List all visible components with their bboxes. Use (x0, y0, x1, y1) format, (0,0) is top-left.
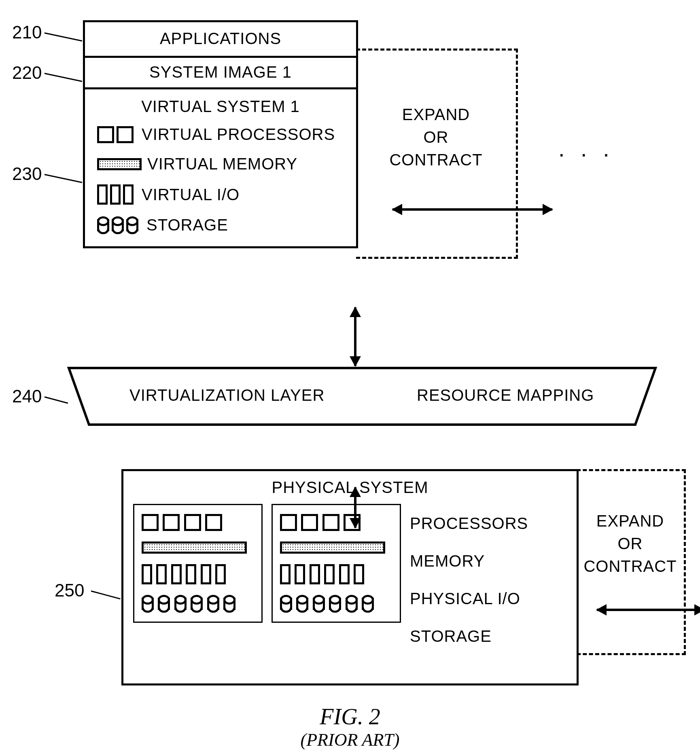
physical-storage-label: STORAGE (410, 627, 528, 645)
phys-io-row (280, 564, 392, 584)
processor-icon (205, 514, 222, 531)
virtual-processors-label: VIRTUAL PROCESSORS (142, 125, 335, 144)
phys-storage-row (142, 595, 254, 613)
virtual-storage-label: STORAGE (146, 216, 228, 234)
applications-box: APPLICATIONS (83, 20, 358, 56)
io-icon (324, 564, 335, 584)
storage-icon (207, 595, 219, 613)
physical-group-2 (272, 504, 401, 623)
expand-arrow-icon (597, 609, 700, 611)
io-icon (201, 564, 211, 584)
processor-icon (117, 126, 134, 143)
io-icon (97, 184, 108, 205)
io-icon (339, 564, 350, 584)
processor-icon (163, 514, 180, 531)
storage-icon (313, 595, 325, 613)
memory-icon (97, 158, 142, 170)
virtual-processors-row: VIRTUAL PROCESSORS (97, 125, 344, 144)
virtual-system-title: VIRTUAL SYSTEM 1 (97, 97, 344, 116)
expand-bottom-box: EXPAND OR CONTRACT (577, 469, 686, 655)
io-icon (295, 564, 305, 584)
vertical-arrow-top-icon (354, 307, 356, 366)
figure-caption: FIG. 2 (PRIOR ART) (0, 704, 700, 750)
io-icon (186, 564, 196, 584)
ellipsis: . . . (558, 135, 614, 162)
ref-240: 240 (12, 386, 42, 406)
ref-210: 210 (12, 22, 42, 42)
processor-icon (142, 514, 159, 531)
storage-icon (280, 595, 292, 613)
expand-bottom-line1: EXPAND (577, 510, 684, 532)
processor-icon (280, 514, 297, 531)
storage-icon (97, 216, 109, 234)
processor-icon (184, 514, 201, 531)
resource-mapping-label: RESOURCE MAPPING (417, 386, 594, 404)
phys-mem-row (280, 541, 392, 554)
memory-icon (142, 541, 247, 554)
storage-icon (126, 216, 138, 234)
ref-250: 250 (55, 580, 84, 601)
system-image-label: SYSTEM IMAGE 1 (149, 63, 292, 81)
expand-bottom-line3: CONTRACT (577, 555, 684, 577)
storage-icon (191, 595, 203, 613)
figure-title: FIG. 2 (0, 704, 700, 730)
expand-top-line2: OR (356, 126, 516, 148)
storage-icon (174, 595, 187, 613)
virtual-stack-container: APPLICATIONS SYSTEM IMAGE 1 VIRTUAL SYST… (83, 20, 358, 248)
virtual-storage-row: STORAGE (97, 216, 344, 234)
processor-icon (97, 126, 114, 143)
storage-icon (346, 595, 358, 613)
io-icon (280, 564, 291, 584)
processor-icon (344, 514, 361, 531)
virtualization-layer-label: VIRTUALIZATION LAYER (129, 386, 325, 404)
io-icon (110, 184, 121, 205)
virtual-system-box: VIRTUAL SYSTEM 1 VIRTUAL PROCESSORS VIRT… (83, 87, 358, 248)
io-icon (142, 564, 152, 584)
applications-label: APPLICATIONS (160, 30, 281, 47)
physical-system-title: PHYSICAL SYSTEM (133, 478, 567, 497)
expand-bottom-line2: OR (577, 532, 684, 555)
phys-proc-row (142, 514, 254, 531)
expand-top-line1: EXPAND (356, 103, 516, 126)
ref-230: 230 (12, 164, 42, 184)
storage-icon (142, 595, 154, 613)
storage-icon (362, 595, 374, 613)
physical-system-box: PHYSICAL SYSTEM (121, 469, 579, 685)
storage-icon (329, 595, 341, 613)
phys-io-row (142, 564, 254, 584)
ref-220: 220 (12, 63, 42, 83)
memory-label: MEMORY (410, 552, 528, 570)
physical-io-label: PHYSICAL I/O (410, 590, 528, 608)
io-icon (123, 184, 134, 205)
io-icon (354, 564, 364, 584)
io-icon (156, 564, 167, 584)
phys-proc-row (280, 514, 392, 531)
phys-mem-row (142, 541, 254, 554)
expand-arrow-icon (392, 208, 552, 211)
storage-icon (158, 595, 170, 613)
virtual-memory-row: VIRTUAL MEMORY (97, 155, 344, 173)
virtual-memory-label: VIRTUAL MEMORY (147, 155, 297, 173)
processor-icon (322, 514, 339, 531)
processors-label: PROCESSORS (410, 514, 528, 533)
storage-icon (223, 595, 235, 613)
storage-icon (296, 595, 308, 613)
phys-storage-row (280, 595, 392, 613)
figure-subtitle: (PRIOR ART) (0, 730, 700, 750)
processor-icon (301, 514, 318, 531)
physical-labels-column: PROCESSORS MEMORY PHYSICAL I/O STORAGE (410, 504, 528, 645)
memory-icon (280, 541, 385, 554)
storage-icon (112, 216, 124, 234)
virtual-io-row: VIRTUAL I/O (97, 184, 344, 205)
io-icon (171, 564, 182, 584)
expand-top-line3: CONTRACT (356, 148, 516, 171)
physical-group-1 (133, 504, 263, 623)
io-icon (310, 564, 320, 584)
system-image-box: SYSTEM IMAGE 1 (83, 56, 358, 87)
io-icon (215, 564, 226, 584)
virtual-io-label: VIRTUAL I/O (142, 186, 240, 204)
expand-top-box: EXPAND OR CONTRACT (356, 49, 518, 259)
